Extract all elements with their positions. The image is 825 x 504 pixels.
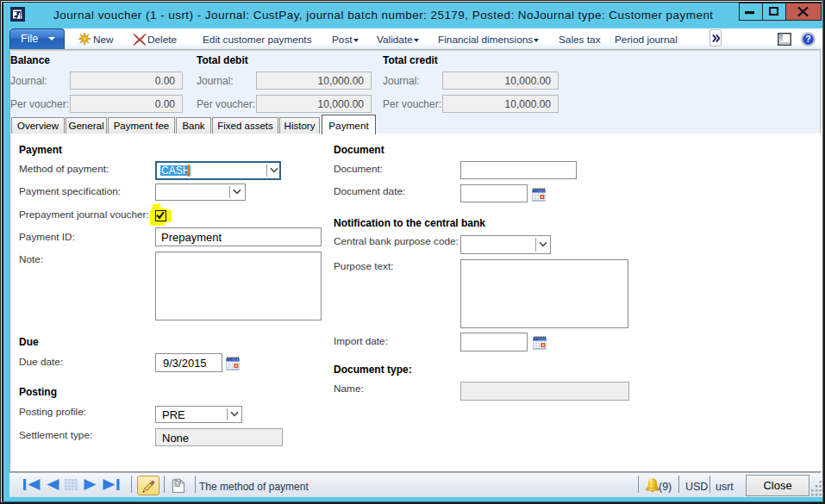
svg-text:?: ? — [805, 34, 810, 44]
